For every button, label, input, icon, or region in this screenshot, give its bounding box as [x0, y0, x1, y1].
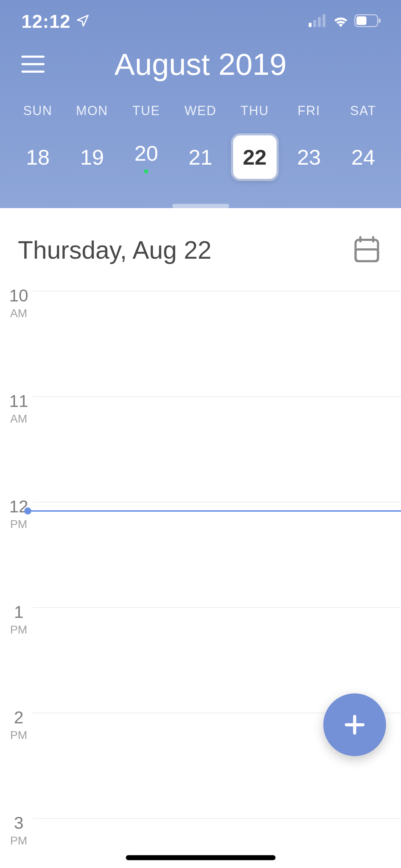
cellular-signal-icon — [309, 14, 327, 29]
date-number: 24 — [351, 145, 375, 170]
hour-label: 10AM — [7, 286, 30, 320]
date-box: 23 — [287, 135, 331, 179]
current-time-dot — [24, 507, 31, 515]
battery-icon — [354, 14, 381, 29]
svg-rect-1 — [313, 20, 316, 27]
svg-rect-2 — [318, 17, 321, 27]
status-left: 12:12 — [21, 11, 90, 32]
day-mon[interactable]: MON19 — [65, 103, 119, 179]
date-number: 20 — [134, 141, 158, 166]
svg-rect-3 — [323, 14, 325, 27]
svg-rect-0 — [309, 23, 312, 27]
hour-label: 11AM — [7, 391, 30, 425]
hour-ampm: PM — [7, 729, 30, 742]
day-title: Thursday, Aug 22 — [18, 236, 212, 264]
svg-rect-5 — [356, 16, 366, 25]
day-of-week-label: THU — [241, 103, 269, 118]
day-sun[interactable]: SUN18 — [11, 103, 65, 179]
day-wed[interactable]: WED21 — [173, 103, 227, 179]
hour-ampm: AM — [7, 412, 30, 425]
date-box: 19 — [70, 135, 114, 179]
date-box: 24 — [341, 135, 385, 179]
add-event-button[interactable] — [323, 693, 386, 756]
hour-divider-line — [33, 607, 401, 608]
hour-number: 1 — [7, 602, 30, 622]
hour-divider-line — [33, 502, 401, 502]
status-bar: 12:12 — [0, 0, 401, 43]
day-sat[interactable]: SAT24 — [336, 103, 390, 179]
schedule-timeline[interactable]: 10AM11AM12PM1PM2PM3PM — [0, 286, 401, 813]
day-tue[interactable]: TUE20 — [119, 103, 173, 179]
hour-divider-line — [33, 291, 401, 291]
day-of-week-label: SUN — [23, 103, 52, 118]
day-fri[interactable]: FRI23 — [282, 103, 336, 179]
hour-label: 2PM — [7, 708, 30, 742]
calendar-icon — [354, 236, 380, 263]
date-number: 21 — [189, 145, 212, 170]
week-strip[interactable]: SUN18MON19TUE20WED21THU22FRI23SAT24 — [0, 89, 401, 204]
day-of-week-label: WED — [184, 103, 216, 118]
day-header: Thursday, Aug 22 — [0, 215, 401, 286]
date-box: 21 — [179, 135, 222, 179]
hour-divider-line — [33, 396, 401, 397]
hour-ampm: PM — [7, 518, 30, 531]
calendar-header: 12:12 — [0, 0, 401, 208]
day-of-week-label: MON — [76, 103, 108, 118]
event-indicator-dot — [144, 169, 148, 174]
location-arrow-icon — [76, 14, 90, 29]
menu-button[interactable] — [21, 53, 46, 75]
day-of-week-label: TUE — [132, 103, 160, 118]
hour-number: 3 — [7, 813, 30, 833]
svg-rect-8 — [356, 249, 378, 261]
hour-label: 3PM — [7, 813, 30, 847]
date-number: 18 — [26, 145, 50, 170]
status-time: 12:12 — [21, 11, 71, 32]
svg-rect-6 — [379, 19, 381, 23]
date-number: 23 — [297, 145, 321, 170]
month-title: August 2019 — [114, 47, 287, 82]
day-thu[interactable]: THU22 — [228, 103, 282, 179]
hour-number: 11 — [7, 391, 30, 411]
hour-ampm: AM — [7, 307, 30, 320]
current-time-indicator — [28, 510, 401, 512]
wifi-icon — [332, 14, 349, 29]
hour-number: 2 — [7, 708, 30, 727]
hour-ampm: PM — [7, 623, 30, 636]
day-of-week-label: FRI — [298, 103, 320, 118]
date-box: 18 — [16, 135, 60, 179]
date-number: 19 — [80, 145, 104, 170]
date-box: 22 — [233, 135, 277, 179]
hour-ampm: PM — [7, 834, 30, 847]
drag-handle[interactable] — [172, 204, 229, 208]
date-box: 20 — [124, 135, 168, 179]
status-right — [309, 14, 381, 29]
title-row: August 2019 — [0, 43, 401, 89]
home-indicator[interactable] — [126, 855, 276, 860]
hour-divider-line — [33, 818, 401, 819]
plus-icon — [342, 712, 367, 737]
day-of-week-label: SAT — [350, 103, 376, 118]
date-number: 22 — [243, 145, 267, 170]
hour-number: 10 — [7, 286, 30, 305]
calendar-view-button[interactable] — [354, 236, 380, 264]
hour-label: 1PM — [7, 602, 30, 636]
